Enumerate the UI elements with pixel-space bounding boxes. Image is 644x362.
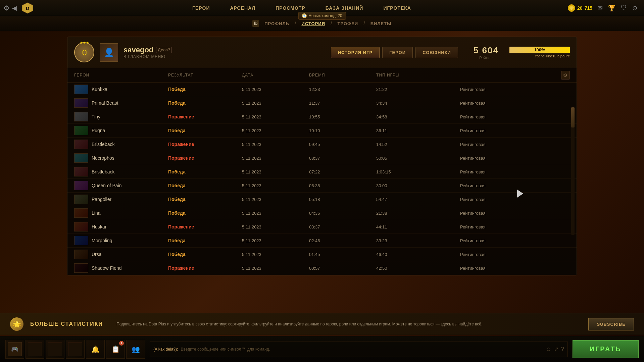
hero-name: Shadow Fiend xyxy=(92,265,122,271)
confidence-container: 100% Уверенность в ранге xyxy=(509,47,570,58)
match-duration: 46:40 xyxy=(376,252,460,257)
table-row[interactable]: Ursa Победа 5.11.2023 01:45 46:40 Рейтин… xyxy=(67,248,577,261)
table-row[interactable]: Shadow Fiend Поражение 5.11.2023 00:57 4… xyxy=(67,261,577,275)
hero-name: Primal Beast xyxy=(92,100,118,106)
gold-score: 715 xyxy=(585,5,592,11)
nav-learn[interactable]: БАЗА ЗНАНИЙ xyxy=(322,4,367,12)
sub-nav-profile[interactable]: ПРОФИЛЬ xyxy=(264,21,289,26)
play-button[interactable]: ИГРАТЬ xyxy=(573,340,639,358)
scrollbar[interactable] xyxy=(571,107,575,235)
match-result: Поражение xyxy=(168,224,242,229)
main-content: ★★★ ⬡ 👤 savegod Дела? В ГЛАВНОМ МЕНЮ ИСТ… xyxy=(0,31,644,281)
profile-tabs: ИСТОРИЯ ИГР ГЕРОИ СОЮЗНИКИ xyxy=(331,47,458,58)
match-time: 00:57 xyxy=(309,266,376,271)
taskbar-item-1[interactable]: 🎮 xyxy=(5,340,24,359)
table-row[interactable]: Pangolier Победа 5.11.2023 05:18 54:47 Р… xyxy=(67,193,577,206)
profile-header: ★★★ ⬡ 👤 savegod Дела? В ГЛАВНОМ МЕНЮ ИСТ… xyxy=(67,37,577,68)
match-date: 5.11.2023 xyxy=(242,101,309,106)
profile-info: savegod Дела? В ГЛАВНОМ МЕНЮ xyxy=(123,46,326,59)
scroll-thumb[interactable] xyxy=(571,107,575,127)
taskbar-item-2[interactable] xyxy=(26,340,44,359)
friends-taskbar[interactable]: 📋 2 xyxy=(106,340,125,359)
hero-name: Queen of Pain xyxy=(92,183,122,188)
hero-name: Pangolier xyxy=(92,197,111,202)
match-result: Победа xyxy=(168,128,242,133)
sub-nav-history[interactable]: ИСТОРИЯ xyxy=(302,21,326,26)
bottom-taskbar: 🎮 🔔 📋 2 👥 (A kak dela?): Введите сообщен… xyxy=(0,336,644,362)
hero-cell: Bristleback xyxy=(74,140,168,149)
settings-icon[interactable]: ⚙ xyxy=(3,4,9,12)
match-duration: 36:11 xyxy=(376,128,460,133)
friends-badge: 2 xyxy=(119,341,124,346)
back-button[interactable]: ◀ xyxy=(12,4,17,12)
profile-panel: ★★★ ⬡ 👤 savegod Дела? В ГЛАВНОМ МЕНЮ ИСТ… xyxy=(67,37,577,275)
hero-cell: Queen of Pain xyxy=(74,181,168,190)
nav-arsenal[interactable]: АРСЕНАЛ xyxy=(227,4,259,12)
taskbar-item-3[interactable] xyxy=(46,340,64,359)
emoji-icon[interactable]: ☺ xyxy=(546,346,551,352)
match-date: 5.11.2023 xyxy=(242,128,309,133)
table-row[interactable]: Lina Победа 5.11.2023 04:36 21:38 Рейтин… xyxy=(67,206,577,220)
match-date: 5.11.2023 xyxy=(242,266,309,271)
svg-text:D: D xyxy=(26,6,29,11)
banner-title: БОЛЬШЕ СТАТИСТИКИ xyxy=(30,321,103,327)
shield-icon[interactable]: 🛡 xyxy=(621,4,627,11)
expand-icon[interactable]: ⤢ xyxy=(554,346,558,352)
match-type: Рейтинговая xyxy=(460,156,570,161)
tab-history[interactable]: ИСТОРИЯ ИГР xyxy=(331,47,380,58)
table-row[interactable]: Kunkka Победа 5.11.2023 12:23 21:22 Рейт… xyxy=(67,83,577,96)
notification-taskbar[interactable]: 🔔 xyxy=(86,340,105,359)
match-result: Победа xyxy=(168,252,242,257)
power-icon[interactable]: ⊙ xyxy=(632,4,637,12)
hero-name: Bristleback xyxy=(92,142,114,147)
table-rows: Kunkka Победа 5.11.2023 12:23 21:22 Рейт… xyxy=(67,83,577,275)
table-row[interactable]: Pugna Победа 5.11.2023 10:10 36:11 Рейти… xyxy=(67,124,577,138)
chat-placeholder-text: Введите сообщение или символ "/" для ком… xyxy=(181,347,543,352)
match-duration: 34:34 xyxy=(376,101,460,106)
header-hero: ГЕРОЙ xyxy=(74,73,168,77)
hero-cell: Kunkka xyxy=(74,85,168,94)
nav-watch[interactable]: ПРОСМОТР xyxy=(272,4,308,12)
friends-icon[interactable]: 🏆 xyxy=(608,4,615,12)
header-result: РЕЗУЛЬТАТ xyxy=(168,73,242,77)
table-row[interactable]: Primal Beast Победа 5.11.2023 11:37 34:3… xyxy=(67,96,577,110)
hero-name: Kunkka xyxy=(92,87,107,92)
match-duration: 21:22 xyxy=(376,87,460,92)
tab-heroes[interactable]: ГЕРОИ xyxy=(382,47,413,58)
hero-thumbnail xyxy=(74,140,88,149)
taskbar-item-4[interactable] xyxy=(66,340,85,359)
nav-arcade[interactable]: ИГРОТЕКА xyxy=(380,4,414,12)
mail-icon[interactable]: ✉ xyxy=(598,4,603,12)
match-result: Победа xyxy=(168,100,242,106)
hero-thumbnail xyxy=(74,236,88,245)
sub-nav-trophies[interactable]: ТРОФЕИ xyxy=(338,21,358,26)
match-duration: 34:58 xyxy=(376,114,460,119)
hero-cell: Ursa xyxy=(74,250,168,259)
table-row[interactable]: Bristleback Победа 5.11.2023 07:22 1:03:… xyxy=(67,165,577,179)
hero-cell: Tiny xyxy=(74,112,168,121)
rating-label: Рейтинг xyxy=(479,56,493,60)
match-type: Рейтинговая xyxy=(460,101,570,106)
gold-display: 🪙 20 715 xyxy=(568,4,592,12)
dota-plus-banner: 🌟 БОЛЬШЕ СТАТИСТИКИ Подпишитесь на Dota … xyxy=(0,313,644,335)
table-row[interactable]: Bristleback Поражение 5.11.2023 09:45 14… xyxy=(67,138,577,151)
table-row[interactable]: Huskar Поражение 5.11.2023 03:37 44:11 Р… xyxy=(67,220,577,234)
table-row[interactable]: Queen of Pain Победа 5.11.2023 06:35 30:… xyxy=(67,179,577,193)
nav-heroes[interactable]: ГЕРОИ xyxy=(189,4,213,12)
table-row[interactable]: Morphling Победа 5.11.2023 02:46 33:23 Р… xyxy=(67,234,577,248)
dota-logo[interactable]: D xyxy=(19,0,36,16)
match-type: Рейтинговая xyxy=(460,224,570,229)
table-row[interactable]: Necrophos Поражение 5.11.2023 08:37 50:0… xyxy=(67,151,577,165)
help-icon[interactable]: ? xyxy=(561,346,564,352)
sub-nav-tickets[interactable]: БИЛЕТЫ xyxy=(370,21,392,26)
table-row[interactable]: Tiny Поражение 5.11.2023 10:55 34:58 Рей… xyxy=(67,110,577,124)
match-time: 03:37 xyxy=(309,224,376,229)
subscribe-button[interactable]: SUBSCRIBE xyxy=(588,318,634,330)
gold-number: 20 xyxy=(577,5,583,11)
match-result: Победа xyxy=(168,238,242,243)
group-taskbar[interactable]: 👥 xyxy=(126,340,145,359)
match-date: 5.11.2023 xyxy=(242,238,309,243)
hero-thumbnail xyxy=(74,208,88,218)
tab-allies[interactable]: СОЮЗНИКИ xyxy=(415,47,458,58)
settings-gear-icon[interactable]: ⚙ xyxy=(561,71,570,80)
